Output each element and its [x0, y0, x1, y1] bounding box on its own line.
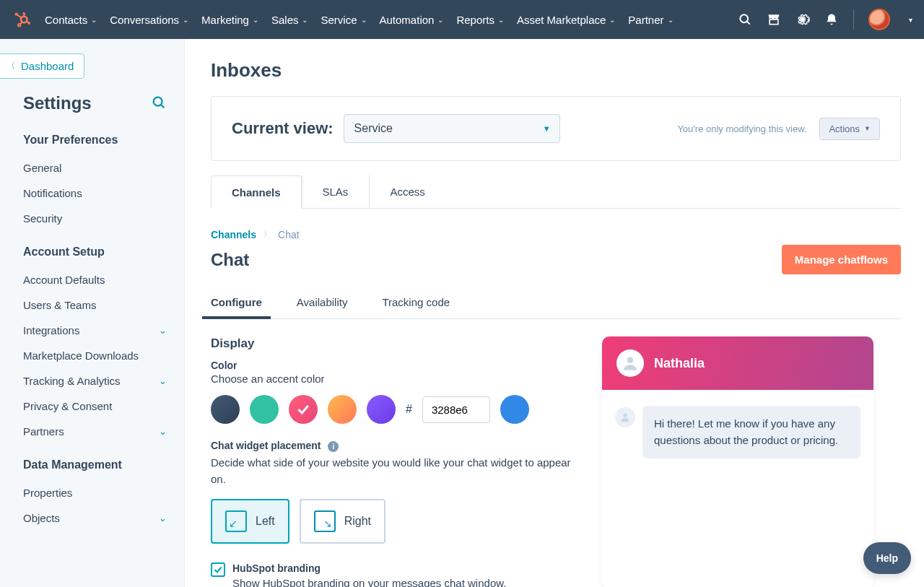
user-avatar[interactable] [868, 9, 890, 30]
chat-preview: Nathalia Hi there! Let me know if you ha… [602, 336, 873, 587]
svg-point-1 [22, 12, 25, 15]
topnav-right: ▾ [738, 9, 912, 30]
nav-item-asset-marketplace[interactable]: Asset Marketplace⌄ [517, 14, 615, 26]
inbox-tabs: ChannelsSLAsAccess [211, 175, 901, 209]
marketplace-icon[interactable] [767, 12, 781, 27]
breadcrumb-channels[interactable]: Channels [211, 229, 256, 240]
color-swatch-purple[interactable] [367, 395, 396, 424]
nav-item-partner[interactable]: Partner⌄ [628, 14, 673, 26]
tab-slas[interactable]: SLAs [302, 175, 370, 208]
sidebar-item-account-defaults[interactable]: Account Defaults [23, 267, 167, 292]
color-sublabel: Choose an accent color [211, 373, 572, 385]
nav-item-contacts[interactable]: Contacts⌄ [45, 14, 97, 26]
chevron-down-icon: ⌄ [361, 16, 367, 24]
sidebar-section-head: Your Preferences [23, 134, 167, 147]
color-swatch-pink[interactable] [289, 395, 318, 424]
nav-item-sales[interactable]: Sales⌄ [271, 14, 308, 26]
placement-left-button[interactable]: ↙ Left [211, 499, 289, 544]
svg-point-12 [801, 17, 804, 21]
chevron-left-icon: 〈 [6, 60, 15, 72]
hubspot-logo[interactable] [12, 9, 32, 30]
chat-heading: Chat [211, 250, 249, 270]
settings-title: Settings [23, 93, 92, 113]
svg-point-16 [623, 414, 627, 417]
branding-label: HubSpot branding [232, 562, 506, 574]
sidebar-item-privacy-consent[interactable]: Privacy & Consent [23, 393, 167, 419]
hex-hash: # [406, 403, 412, 416]
back-dashboard-button[interactable]: 〈 Dashboard [0, 53, 84, 79]
actions-button[interactable]: Actions ▼ [819, 118, 880, 140]
sidebar-item-general[interactable]: General [23, 155, 167, 181]
chevron-down-icon: ▼ [543, 124, 551, 133]
placement-desc: Decide what side of your website you wou… [211, 455, 572, 487]
sidebar-item-tracking-analytics[interactable]: Tracking & Analytics⌄ [23, 368, 167, 393]
chevron-down-icon: ⌄ [159, 513, 167, 523]
nav-item-service[interactable]: Service⌄ [321, 14, 366, 26]
branding-desc: Show HubSpot branding on your messages c… [232, 577, 506, 587]
svg-line-10 [747, 22, 750, 25]
sidebar-item-security[interactable]: Security [23, 206, 167, 231]
preview-avatar [616, 349, 644, 377]
sidebar-search-icon[interactable] [151, 95, 167, 113]
current-view-value: Service [354, 122, 393, 134]
color-swatch-navy[interactable] [211, 395, 240, 424]
chevron-down-icon: ⌄ [183, 16, 188, 24]
sidebar-item-integrations[interactable]: Integrations⌄ [23, 318, 167, 343]
sidebar-item-notifications[interactable]: Notifications [23, 181, 167, 206]
sidebar-section-head: Account Setup [23, 245, 167, 258]
preview-mini-avatar [615, 407, 635, 427]
help-button[interactable]: Help [863, 542, 911, 574]
svg-line-14 [161, 104, 164, 107]
actions-label: Actions [829, 123, 860, 134]
chevron-down-icon: ⌄ [159, 325, 167, 336]
subtab-configure[interactable]: Configure [211, 287, 262, 318]
display-heading: Display [211, 336, 572, 351]
info-icon[interactable]: i [328, 441, 339, 452]
nav-item-reports[interactable]: Reports⌄ [456, 14, 504, 26]
nav-divider [853, 9, 854, 30]
hex-input[interactable] [422, 396, 490, 423]
color-label: Color [211, 360, 572, 371]
sidebar-item-objects[interactable]: Objects⌄ [23, 505, 167, 531]
nav-item-marketing[interactable]: Marketing⌄ [201, 14, 258, 26]
svg-line-6 [17, 15, 22, 18]
preview-message: Hi there! Let me know if you have any qu… [642, 406, 860, 458]
nav-item-automation[interactable]: Automation⌄ [380, 14, 444, 26]
manage-chatflows-button[interactable]: Manage chatflows [782, 245, 901, 274]
current-view-select[interactable]: Service ▼ [344, 114, 560, 143]
chevron-down-icon: ⌄ [253, 16, 258, 24]
nav-item-conversations[interactable]: Conversations⌄ [110, 14, 188, 26]
tab-channels[interactable]: Channels [211, 175, 302, 209]
bell-icon[interactable] [824, 12, 839, 27]
placement-left-label: Left [256, 515, 275, 528]
back-label: Dashboard [21, 60, 74, 72]
subtab-availability[interactable]: Availability [297, 287, 348, 318]
breadcrumb-chat: Chat [278, 229, 300, 240]
chat-subtabs: ConfigureAvailabilityTracking code [211, 287, 901, 319]
tab-access[interactable]: Access [369, 175, 445, 208]
sidebar-item-partners[interactable]: Partners⌄ [23, 419, 167, 444]
preview-name: Nathalia [654, 356, 705, 371]
svg-point-15 [627, 357, 634, 363]
svg-rect-11 [770, 19, 778, 25]
placement-right-button[interactable]: ↘ Right [300, 499, 385, 544]
branding-checkbox[interactable] [211, 562, 225, 577]
sidebar-item-users-teams[interactable]: Users & Teams [23, 292, 167, 318]
preview-header: Nathalia [602, 336, 873, 390]
color-swatch-orange[interactable] [328, 395, 357, 424]
color-swatch-teal[interactable] [250, 395, 279, 424]
placement-left-icon: ↙ [225, 510, 247, 532]
avatar-caret-icon[interactable]: ▾ [909, 16, 912, 24]
gear-icon[interactable] [796, 12, 810, 27]
sidebar-item-properties[interactable]: Properties [23, 480, 167, 505]
subtab-tracking-code[interactable]: Tracking code [382, 287, 450, 318]
chevron-right-icon: 〉 [263, 230, 271, 240]
color-swatch-blue[interactable] [500, 395, 529, 424]
sidebar-item-marketplace-downloads[interactable]: Marketplace Downloads [23, 343, 167, 368]
search-icon[interactable] [738, 12, 752, 27]
preview-body: Hi there! Let me know if you have any qu… [602, 390, 873, 502]
current-view-label: Current view: [232, 119, 334, 138]
chevron-down-icon: ⌄ [91, 16, 97, 24]
svg-line-8 [20, 22, 22, 25]
svg-line-5 [27, 21, 28, 22]
